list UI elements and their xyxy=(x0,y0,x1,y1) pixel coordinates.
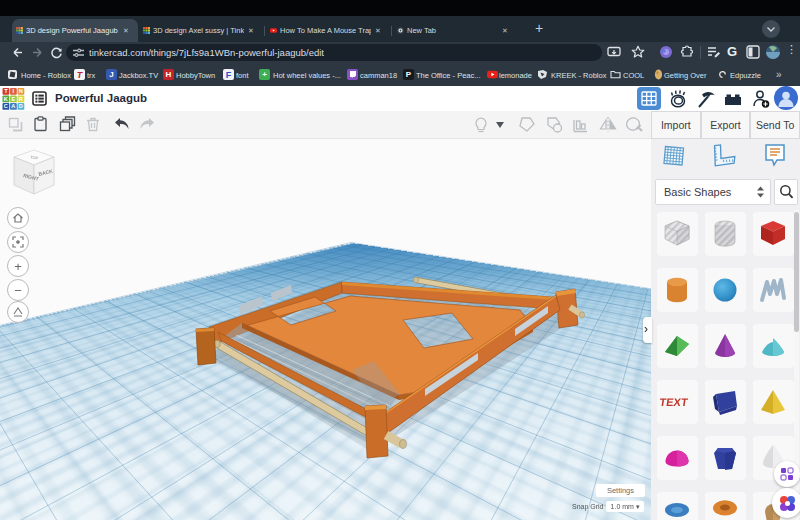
svg-text:A: A xyxy=(11,103,15,109)
svg-text:C: C xyxy=(4,103,8,109)
svg-text:TEXT: TEXT xyxy=(660,396,689,408)
svg-text:T: T xyxy=(4,88,8,94)
svg-text:E: E xyxy=(12,96,16,102)
svg-text:R: R xyxy=(19,96,23,102)
svg-text:D: D xyxy=(19,103,23,109)
svg-text:N: N xyxy=(19,88,23,94)
